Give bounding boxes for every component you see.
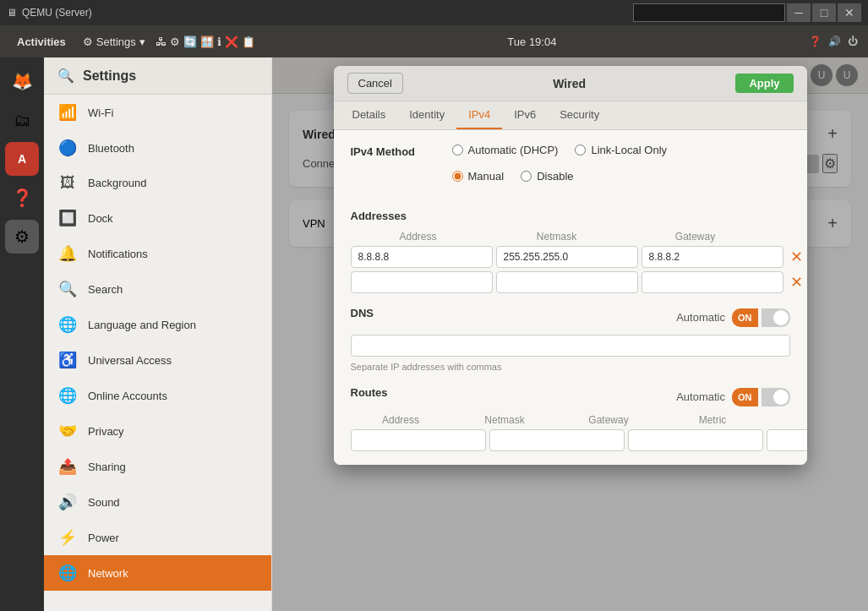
dock-item-firefox[interactable]: 🦊 — [5, 64, 39, 98]
sidebar-item-privacy[interactable]: 🤝 Privacy — [44, 413, 271, 449]
activities-button[interactable]: Activities — [10, 32, 73, 52]
modal-titlebar: Cancel Wired Apply — [334, 66, 807, 101]
titlebar-search-input[interactable] — [633, 3, 785, 22]
addresses-section: Addresses Address Netmask Gateway ✕ — [351, 210, 790, 293]
settings-header: 🔍 Settings — [44, 57, 271, 95]
tab-ipv4[interactable]: IPv4 — [456, 101, 502, 129]
settings-panel: 🔍 Settings 📶 Wi-Fi 🔵 Bluetooth 🖼 Backgro… — [44, 57, 272, 611]
cancel-button[interactable]: Cancel — [347, 73, 403, 94]
dns-hint-text: Separate IP addresses with commas — [351, 362, 502, 372]
minimize-button[interactable]: ─ — [787, 3, 811, 22]
routes-col-metric: Metric — [663, 414, 763, 426]
dock-item-app-center[interactable]: A — [5, 142, 39, 176]
help-icon[interactable]: ❓ — [809, 35, 822, 47]
col-address-label: Address — [351, 231, 486, 243]
address-input-1[interactable] — [351, 246, 493, 268]
radio-manual[interactable] — [452, 171, 463, 182]
sidebar-item-language[interactable]: 🌐 Language and Region — [44, 307, 271, 342]
ipv4-method-section: IPv4 Method Automatic (DHCP) Link-Local … — [351, 144, 790, 196]
sidebar-item-label-power: Power — [88, 532, 119, 544]
sidebar-item-notifications[interactable]: 🔔 Notifications — [44, 236, 271, 271]
taskbar-icon-3[interactable]: 🔄 — [183, 35, 197, 48]
sidebar-item-label-universal-access: Universal Access — [88, 354, 172, 367]
network-icon: 🌐 — [57, 564, 78, 582]
radio-link-local[interactable] — [575, 145, 586, 155]
sidebar-item-sound[interactable]: 🔊 Sound — [44, 484, 271, 520]
routes-netmask-input[interactable] — [489, 429, 625, 451]
titlebar-left: 🖥 QEMU (Server) — [7, 7, 92, 19]
apply-button[interactable]: Apply — [735, 74, 793, 93]
sidebar-item-online-accounts[interactable]: 🌐 Online Accounts — [44, 378, 271, 413]
taskbar-icon-7[interactable]: 📋 — [242, 35, 255, 48]
sidebar-item-wifi[interactable]: 📶 Wi-Fi — [44, 95, 271, 130]
dock-item-help[interactable]: ❓ — [5, 181, 39, 215]
method-link-local[interactable]: Link-Local Only — [575, 144, 667, 156]
taskbar-icon-2[interactable]: ⚙ — [170, 35, 180, 48]
tab-security[interactable]: Security — [548, 101, 611, 129]
method-auto-dhcp-label: Automatic (DHCP) — [468, 144, 559, 156]
dock-item-settings[interactable]: ⚙ — [5, 220, 39, 254]
routes-metric-input[interactable] — [767, 429, 807, 451]
taskbar-icon-5[interactable]: ℹ — [217, 35, 221, 48]
gateway-input-2[interactable] — [641, 271, 783, 293]
dns-input[interactable] — [351, 335, 790, 357]
sidebar-item-bluetooth[interactable]: 🔵 Bluetooth — [44, 130, 271, 166]
sidebar-item-label-dock: Dock — [88, 212, 113, 225]
dns-toggle-slider[interactable] — [762, 308, 790, 327]
col-gateway-label: Gateway — [628, 231, 763, 243]
col-netmask-label: Netmask — [489, 231, 625, 243]
routes-toggle-on: ON — [732, 388, 758, 406]
method-disable[interactable]: Disable — [521, 170, 573, 183]
sound-icon: 🔊 — [57, 493, 78, 511]
modal-title: Wired — [553, 77, 586, 90]
routes-address-input[interactable] — [351, 429, 486, 451]
addr-header: Address Netmask Gateway — [351, 231, 790, 243]
close-button[interactable]: ✕ — [838, 3, 861, 22]
method-link-local-label: Link-Local Only — [591, 144, 667, 156]
sidebar-item-universal-access[interactable]: ♿ Universal Access — [44, 342, 271, 378]
tabs-row: Details Identity IPv4 IPv6 Security — [334, 101, 807, 130]
power-icon[interactable]: ⏻ — [848, 35, 858, 47]
dock-icon: 🔲 — [57, 209, 78, 227]
method-auto-dhcp[interactable]: Automatic (DHCP) — [452, 144, 559, 156]
bluetooth-icon: 🔵 — [57, 139, 78, 157]
taskbar-icon-4[interactable]: 🪟 — [200, 35, 214, 48]
tab-details[interactable]: Details — [341, 101, 398, 129]
volume-icon[interactable]: 🔊 — [828, 35, 841, 47]
sidebar-item-search[interactable]: 🔍 Search — [44, 271, 271, 307]
radio-disable[interactable] — [521, 171, 532, 182]
gateway-input-1[interactable] — [641, 246, 783, 268]
remove-addr-1-button[interactable]: ✕ — [787, 247, 807, 267]
sidebar-item-background[interactable]: 🖼 Background — [44, 166, 271, 200]
taskbar-right: ❓ 🔊 ⏻ — [809, 35, 858, 47]
sidebar-item-network[interactable]: 🌐 Network — [44, 555, 271, 591]
settings-search-icon[interactable]: 🔍 — [57, 68, 74, 84]
netmask-input-2[interactable] — [496, 271, 638, 293]
dns-toggle-container: Automatic ON — [676, 308, 789, 327]
dock-item-files[interactable]: 🗂 — [5, 103, 39, 137]
background-icon: 🖼 — [57, 174, 78, 192]
tab-identity[interactable]: Identity — [397, 101, 456, 129]
sharing-icon: 📤 — [57, 457, 78, 476]
routes-toggle-slider[interactable] — [762, 388, 790, 406]
routes-row: Routes Automatic ON — [351, 386, 790, 407]
radio-auto-dhcp[interactable] — [452, 145, 463, 155]
address-input-2[interactable] — [351, 271, 493, 293]
method-disable-label: Disable — [537, 170, 573, 183]
wifi-icon: 📶 — [57, 103, 78, 122]
netmask-input-1[interactable] — [496, 246, 638, 268]
restore-button[interactable]: □ — [812, 3, 836, 22]
tab-ipv6[interactable]: IPv6 — [502, 101, 548, 129]
app-container: 🦊 🗂 A ❓ ⚙ 🔍 Settings 📶 Wi-Fi 🔵 Bluetooth… — [0, 57, 868, 611]
remove-addr-2-button[interactable]: ✕ — [787, 272, 807, 292]
taskbar-icon-6[interactable]: ❌ — [225, 35, 238, 48]
method-manual[interactable]: Manual — [452, 170, 505, 183]
routes-header: Address Netmask Gateway Metric — [351, 414, 790, 426]
sidebar-item-power[interactable]: ⚡ Power — [44, 520, 271, 555]
taskbar-time: Tue 19:04 — [507, 35, 556, 48]
taskbar-icon-1[interactable]: 🖧 — [156, 35, 167, 48]
sidebar-item-sharing[interactable]: 📤 Sharing — [44, 449, 271, 484]
sidebar-item-dock[interactable]: 🔲 Dock — [44, 200, 271, 236]
settings-menu-button[interactable]: ⚙ Settings ▾ — [83, 35, 145, 48]
routes-gateway-input[interactable] — [628, 429, 763, 451]
